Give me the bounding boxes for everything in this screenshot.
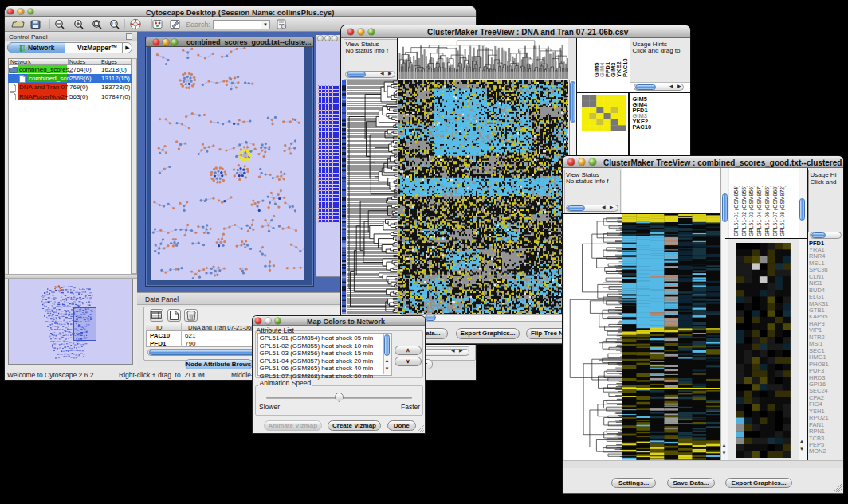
svg-text:1:1: 1:1 (112, 22, 117, 26)
